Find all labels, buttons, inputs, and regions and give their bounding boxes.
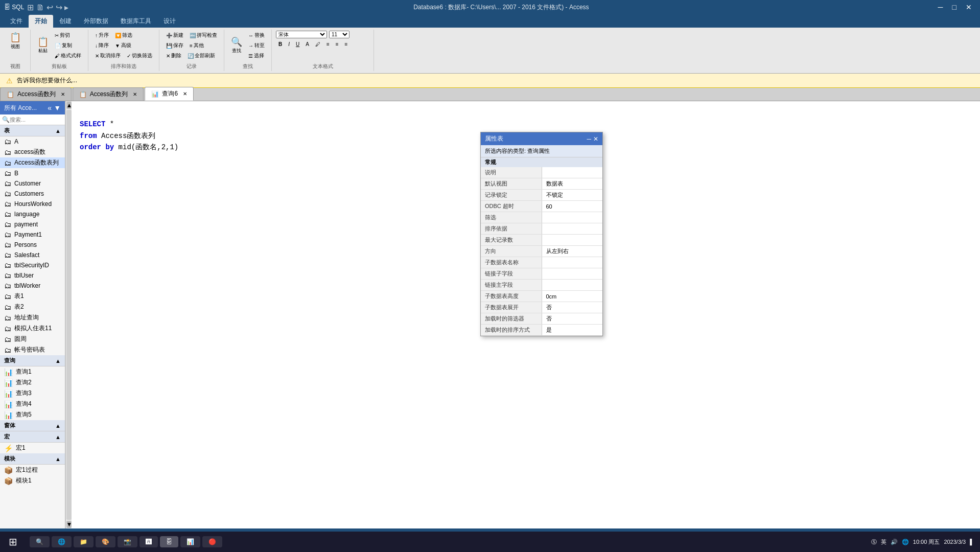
more-button[interactable]: ≡ 其他 bbox=[187, 41, 206, 50]
taskbar-app-a[interactable]: 🅰 bbox=[139, 536, 158, 547]
nav-item-query5[interactable]: 📊查询5 bbox=[0, 409, 65, 420]
doc-tab-2[interactable]: 📋 Access函数列 ✕ bbox=[73, 87, 144, 101]
nav-item-payment[interactable]: 🗂payment bbox=[0, 219, 65, 229]
nav-item-B[interactable]: 🗂B bbox=[0, 168, 65, 178]
taskbar-start-button[interactable]: ⊞ bbox=[0, 536, 26, 548]
doc-tab-close-2[interactable]: ✕ bbox=[133, 91, 137, 97]
find-button[interactable]: 🔍 查找 bbox=[228, 35, 245, 56]
tab-file[interactable]: 文件 bbox=[4, 15, 29, 28]
nav-item-macro1-proc[interactable]: 📦宏1过程 bbox=[0, 465, 65, 475]
paste-button[interactable]: 📋 粘贴 bbox=[35, 35, 51, 56]
doc-tab-close-3[interactable]: ✕ bbox=[183, 91, 187, 97]
nav-item-hoursworked[interactable]: 🗂HoursWorked bbox=[0, 199, 65, 209]
italic-button[interactable]: I bbox=[286, 40, 292, 48]
nav-item-payment1[interactable]: 🗂Payment1 bbox=[0, 229, 65, 240]
underline-button[interactable]: U bbox=[293, 40, 302, 48]
sort-desc-button[interactable]: ↓ 降序 bbox=[92, 41, 111, 50]
taskbar-search[interactable]: 🔍 bbox=[30, 536, 50, 547]
taskbar-excel[interactable]: 📊 bbox=[180, 536, 200, 547]
bold-button[interactable]: B bbox=[276, 40, 285, 48]
nav-item-tbluser[interactable]: 🗂tblUser bbox=[0, 270, 65, 281]
sort-asc-button[interactable]: ↑ 升序 bbox=[92, 31, 111, 40]
advanced-button[interactable]: ▼ 高级 bbox=[112, 41, 134, 50]
taskbar-record[interactable]: 🔴 bbox=[202, 536, 222, 547]
nav-item-customers[interactable]: 🗂Customers bbox=[0, 189, 65, 199]
nav-section-forms[interactable]: 窗体 ▲ bbox=[0, 420, 65, 431]
nav-scroll-up[interactable]: ▲ bbox=[66, 102, 72, 109]
nav-item-address-query[interactable]: 🗂地址查询 bbox=[0, 312, 65, 323]
tab-design[interactable]: 设计 bbox=[157, 15, 182, 28]
doc-tab-close-1[interactable]: ✕ bbox=[61, 91, 65, 97]
nav-item-customer[interactable]: 🗂Customer bbox=[0, 178, 65, 189]
prop-minimize-btn[interactable]: ─ bbox=[587, 135, 591, 143]
toggle-filter-button[interactable]: ✓ 切换筛选 bbox=[124, 51, 155, 60]
minimize-button[interactable]: ─ bbox=[934, 2, 947, 12]
nav-collapse-btn[interactable]: « bbox=[48, 104, 52, 112]
nav-item-circle[interactable]: 🗂圆周 bbox=[0, 334, 65, 344]
taskbar-access[interactable]: 🗄 bbox=[160, 536, 178, 547]
nav-section-modules[interactable]: 模块 ▲ bbox=[0, 453, 65, 465]
clear-sort-button[interactable]: ✕ 取消排序 bbox=[92, 51, 123, 60]
nav-item-password[interactable]: 🗂帐号密码表 bbox=[0, 344, 65, 355]
nav-section-queries[interactable]: 查询 ▲ bbox=[0, 355, 65, 366]
refresh-button[interactable]: 🔄 全部刷新 bbox=[185, 51, 218, 60]
nav-item-A[interactable]: 🗂A bbox=[0, 136, 65, 147]
nav-item-query1[interactable]: 📊查询1 bbox=[0, 366, 65, 377]
nav-item-tblsecurityid[interactable]: 🗂tblSecurityID bbox=[0, 260, 65, 270]
nav-item-table2[interactable]: 🗂表2 bbox=[0, 302, 65, 312]
cut-button[interactable]: ✂ 剪切 bbox=[52, 31, 84, 40]
nav-item-table1[interactable]: 🗂表1 bbox=[0, 291, 65, 302]
nav-item-language[interactable]: 🗂language bbox=[0, 209, 65, 219]
nav-item-mock-table[interactable]: 🗂模拟人住表11 bbox=[0, 323, 65, 334]
nav-scroll-thumb[interactable] bbox=[66, 110, 72, 520]
replace-button[interactable]: ↔ 替换 bbox=[246, 31, 267, 40]
nav-item-query2[interactable]: 📊查询2 bbox=[0, 377, 65, 388]
taskbar-browser[interactable]: 🌐 bbox=[52, 536, 72, 547]
nav-section-macros[interactable]: 宏 ▲ bbox=[0, 431, 65, 443]
taskbar-paint[interactable]: 🎨 bbox=[96, 536, 115, 547]
align-right-button[interactable]: ≡ bbox=[342, 40, 351, 48]
tray-show-desktop[interactable]: ▌ bbox=[970, 539, 974, 545]
delete-button[interactable]: ✕ 删除 bbox=[164, 51, 184, 60]
save-record-button[interactable]: 💾 保存 bbox=[164, 41, 186, 50]
view-button[interactable]: 📋 视图 bbox=[7, 31, 24, 52]
nav-item-salesfact[interactable]: 🗂Salesfact bbox=[0, 250, 65, 260]
tab-create[interactable]: 创建 bbox=[53, 15, 78, 28]
align-center-button[interactable]: ≡ bbox=[333, 40, 341, 48]
copy-button[interactable]: 📄 复制 bbox=[52, 41, 84, 50]
doc-tab-1[interactable]: 📋 Access函数列 ✕ bbox=[0, 87, 72, 101]
font-color-button[interactable]: A bbox=[303, 40, 312, 48]
nav-item-query3[interactable]: 📊查询3 bbox=[0, 388, 65, 399]
font-size-select[interactable]: 11 bbox=[329, 31, 349, 38]
nav-item-module1[interactable]: 📦模块1 bbox=[0, 475, 65, 486]
nav-scroll-down[interactable]: ▼ bbox=[66, 521, 72, 528]
nav-menu-btn[interactable]: ▼ bbox=[54, 104, 61, 112]
nav-item-access-func[interactable]: 🗂access函数 bbox=[0, 147, 65, 157]
nav-scrollbar[interactable]: ▲ ▼ bbox=[65, 101, 72, 528]
doc-tab-3[interactable]: 📊 查询6 ✕ bbox=[145, 87, 194, 101]
goto-button[interactable]: → 转至 bbox=[246, 41, 267, 50]
title-bar-controls[interactable]: ─ □ ✕ bbox=[934, 2, 976, 12]
nav-section-tables[interactable]: 表 ▲ bbox=[0, 125, 65, 136]
nav-item-persons[interactable]: 🗂Persons bbox=[0, 240, 65, 250]
nav-item-macro1[interactable]: ⚡宏1 bbox=[0, 443, 65, 453]
spell-check-button[interactable]: 🔤 拼写检查 bbox=[187, 31, 220, 40]
new-record-button[interactable]: ➕ 新建 bbox=[164, 31, 186, 40]
prop-close-btn[interactable]: ✕ bbox=[593, 135, 598, 143]
nav-item-tblworker[interactable]: 🗂tblWorker bbox=[0, 281, 65, 291]
format-painter-button[interactable]: 🖌 格式式样 bbox=[52, 51, 84, 60]
taskbar-files[interactable]: 📁 bbox=[74, 536, 94, 547]
nav-item-access-func-table[interactable]: 🗂Access函数表列 bbox=[0, 157, 65, 168]
taskbar-camera[interactable]: 📸 bbox=[118, 536, 137, 547]
nav-item-query4[interactable]: 📊查询4 bbox=[0, 399, 65, 409]
select-button[interactable]: ☰ 选择 bbox=[246, 51, 267, 60]
nav-search-input[interactable] bbox=[10, 117, 63, 123]
tab-home[interactable]: 开始 bbox=[29, 15, 53, 28]
align-left-button[interactable]: ≡ bbox=[324, 40, 332, 48]
font-select[interactable]: 宋体 bbox=[276, 31, 327, 38]
tab-external[interactable]: 外部数据 bbox=[78, 15, 114, 28]
close-button[interactable]: ✕ bbox=[962, 2, 976, 12]
tab-database-tools[interactable]: 数据库工具 bbox=[114, 15, 157, 28]
highlight-button[interactable]: 🖊 bbox=[313, 40, 323, 48]
maximize-button[interactable]: □ bbox=[948, 2, 961, 12]
